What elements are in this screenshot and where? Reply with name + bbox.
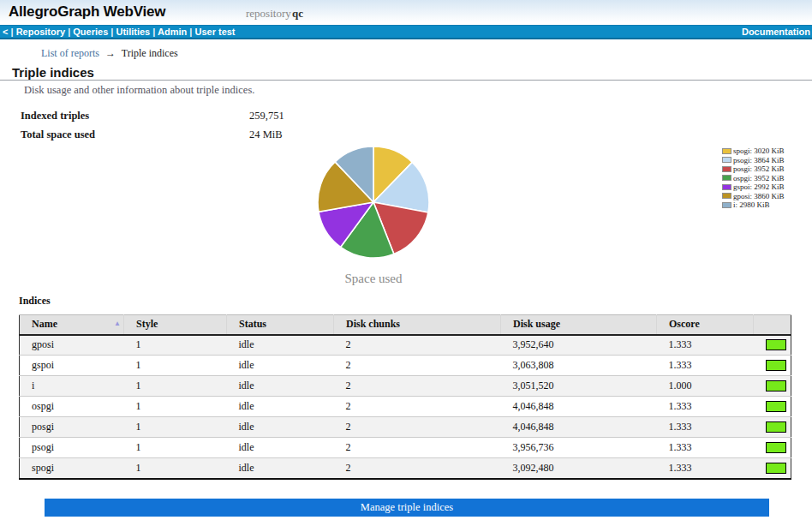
legend-item-gposi: gposi: 3860 KiB — [722, 191, 785, 200]
legend-label: posgi: 3952 KiB — [733, 164, 785, 173]
cell-score-bar — [754, 397, 791, 417]
column-header-disk-usage[interactable]: Disk usage — [501, 315, 657, 335]
stat-label: Total space used — [21, 129, 95, 141]
cell-name: i — [20, 376, 124, 397]
cell-disk_chunks: 2 — [334, 376, 501, 397]
pie-chart — [316, 145, 431, 260]
cell-name: gposi — [20, 335, 124, 356]
column-header-status[interactable]: Status — [227, 315, 334, 335]
app-title: AllegroGraph WebView — [9, 3, 165, 21]
legend-swatch — [722, 166, 731, 172]
cell-style: 1 — [124, 417, 227, 438]
nav-links: | Repository | Queries | Utilities | Adm… — [11, 27, 236, 37]
score-bar — [766, 339, 786, 350]
cell-score-bar — [754, 438, 791, 458]
nav-item-queries[interactable]: Queries — [73, 27, 108, 37]
main-nav: < | Repository | Queries | Utilities | A… — [0, 25, 812, 39]
cell-disk_chunks: 2 — [334, 335, 501, 356]
cell-status: idle — [227, 458, 334, 479]
cell-style: 1 — [124, 335, 227, 356]
stat-label: Indexed triples — [21, 110, 89, 123]
nav-item-utilities[interactable]: Utilities — [116, 27, 150, 37]
indices-table-body: gposi1idle23,952,6401.333gspoi1idle23,06… — [20, 335, 791, 479]
repository-name[interactable]: qc — [292, 7, 303, 21]
nav-item-user-test[interactable]: User test — [194, 27, 235, 37]
column-header-style[interactable]: Style — [124, 315, 227, 335]
table-row-posgi: posgi1idle24,046,8481.333 — [20, 417, 791, 438]
breadcrumb-link-list-of-reports[interactable]: List of reports — [41, 47, 99, 59]
nav-item-documentation[interactable]: Documentation — [742, 27, 810, 37]
legend-label: i: 2980 KiB — [733, 200, 770, 209]
legend-item-posgi: posgi: 3952 KiB — [722, 164, 785, 173]
triple-indices-page: AllegroGraph WebView repository qc < | R… — [0, 0, 812, 526]
legend-swatch — [722, 202, 731, 208]
cell-score-bar — [754, 417, 791, 438]
cell-oscore: 1.333 — [657, 356, 754, 376]
table-header-row: Name ▲ Style Status Disk chunks Disk usa… — [20, 315, 791, 335]
table-row-ospgi: ospgi1idle24,046,8481.333 — [20, 397, 791, 417]
legend-swatch — [722, 148, 731, 154]
cell-score-bar — [754, 376, 791, 397]
table-row-i: i1idle23,051,5201.000 — [20, 376, 791, 397]
cell-disk_usage: 4,046,848 — [501, 397, 657, 417]
score-bar — [766, 463, 786, 474]
column-header-oscore[interactable]: Oscore — [657, 315, 754, 335]
column-header-bar — [754, 315, 791, 335]
cell-oscore: 1.333 — [657, 458, 754, 479]
score-bar — [766, 421, 786, 433]
nav-separator: | — [150, 27, 158, 37]
title-divider — [0, 80, 812, 81]
table-row-gposi: gposi1idle23,952,6401.333 — [20, 335, 791, 356]
cell-disk_chunks: 2 — [334, 356, 501, 376]
manage-triple-indices-button[interactable]: Manage triple indices — [45, 499, 769, 517]
cell-score-bar — [754, 458, 791, 479]
legend-label: gspoi: 2992 KiB — [733, 182, 785, 191]
pie-chart-wrap — [316, 145, 431, 260]
cell-disk_usage: 3,092,480 — [501, 458, 657, 479]
score-bar — [766, 442, 786, 453]
cell-disk_chunks: 2 — [334, 417, 501, 438]
cell-oscore: 1.333 — [657, 397, 754, 417]
legend-swatch — [722, 157, 731, 163]
column-header-name[interactable]: Name ▲ — [20, 315, 124, 335]
cell-status: idle — [227, 376, 334, 397]
nav-separator: | — [65, 27, 73, 37]
cell-score-bar — [754, 335, 791, 356]
table-row-psogi: psogi1idle23,956,7361.333 — [20, 438, 791, 458]
stat-indexed-triples: Indexed triples 259,751 — [0, 110, 514, 123]
nav-back-icon[interactable]: < — [3, 27, 8, 37]
cell-disk_usage: 3,956,736 — [501, 438, 657, 458]
cell-name: gspoi — [20, 356, 124, 376]
nav-item-repository[interactable]: Repository — [16, 27, 65, 37]
cell-status: idle — [227, 356, 334, 376]
score-bar — [766, 380, 786, 392]
legend-swatch — [722, 184, 731, 190]
table-row-spogi: spogi1idle23,092,4801.333 — [20, 458, 791, 479]
column-header-disk-chunks[interactable]: Disk chunks — [334, 315, 501, 335]
cell-style: 1 — [124, 397, 227, 417]
cell-status: idle — [227, 335, 334, 356]
page-description: Disk usage and other information about t… — [24, 84, 254, 97]
cell-disk_usage: 3,051,520 — [501, 376, 657, 397]
score-bar — [766, 401, 786, 412]
cell-disk_chunks: 2 — [334, 438, 501, 458]
breadcrumb-current: Triple indices — [122, 47, 178, 59]
cell-name: psogi — [20, 438, 124, 458]
chart-caption: Space used — [313, 272, 433, 286]
cell-oscore: 1.333 — [657, 417, 754, 438]
sort-asc-icon: ▲ — [114, 320, 121, 327]
cell-disk_usage: 3,952,640 — [501, 335, 657, 356]
page-title: Triple indices — [12, 65, 94, 80]
nav-item-admin[interactable]: Admin — [158, 27, 187, 37]
cell-name: posgi — [20, 417, 124, 438]
cell-style: 1 — [124, 376, 227, 397]
table-row-gspoi: gspoi1idle23,063,8081.333 — [20, 356, 791, 376]
cell-name: ospgi — [20, 397, 124, 417]
cell-status: idle — [227, 417, 334, 438]
stat-total-space: Total space used 24 MiB — [0, 129, 514, 142]
legend-swatch — [722, 193, 731, 199]
legend-swatch — [722, 175, 731, 181]
cell-disk_usage: 3,063,808 — [501, 356, 657, 376]
cell-disk_chunks: 2 — [334, 397, 501, 417]
nav-left: < | Repository | Queries | Utilities | A… — [3, 27, 236, 38]
